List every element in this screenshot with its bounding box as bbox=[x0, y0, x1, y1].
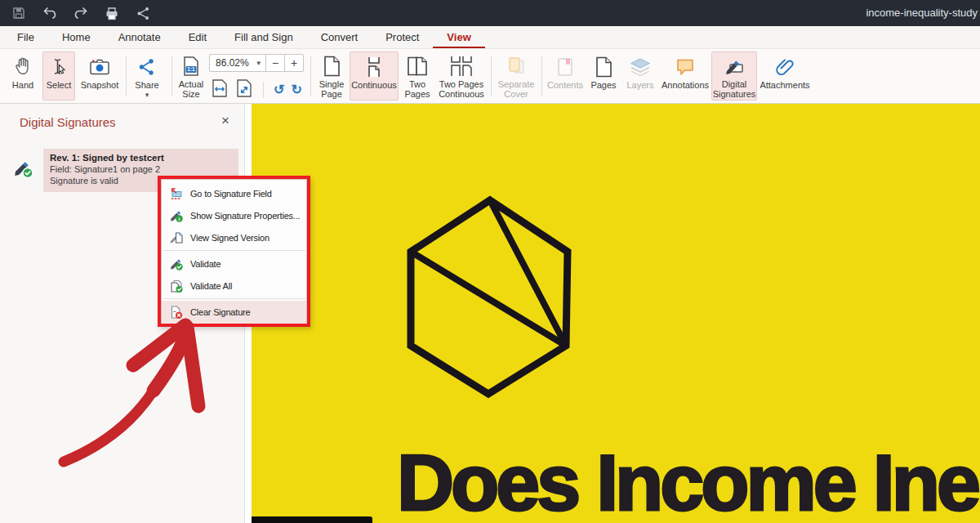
panel-close-icon[interactable]: × bbox=[216, 112, 234, 130]
actual-size-icon: 1:1 bbox=[182, 55, 200, 78]
menu-item-label: Go to Signature Field bbox=[190, 189, 272, 199]
separate-cover-button: Separate Cover bbox=[494, 51, 538, 101]
document-viewport[interactable]: Does Income Ine bbox=[245, 104, 980, 523]
snapshot-icon bbox=[88, 55, 111, 79]
window-title: income-inequality-study bbox=[866, 0, 978, 26]
svg-text:i: i bbox=[179, 216, 180, 221]
menu-item-view-signed-version[interactable]: View Signed Version bbox=[162, 226, 306, 248]
two-pages-icon bbox=[406, 55, 429, 78]
attachments-label: Attachments bbox=[760, 80, 809, 91]
zoom-level-value[interactable]: 86.02% bbox=[210, 57, 256, 69]
select-icon bbox=[49, 55, 69, 79]
menu-item-label: Validate All bbox=[190, 281, 232, 291]
contents-icon bbox=[556, 55, 574, 79]
two-pages-continuous-button[interactable]: Two Pages Continuous bbox=[435, 51, 488, 101]
annotations-label: Annotations bbox=[662, 80, 709, 91]
pages-label: Pages bbox=[590, 80, 616, 91]
digital-signatures-icon bbox=[723, 55, 746, 78]
pages-icon bbox=[595, 55, 612, 79]
menu-item-label: Validate bbox=[190, 259, 220, 269]
undo-icon[interactable] bbox=[42, 6, 57, 20]
signature-properties-icon: i bbox=[170, 209, 183, 222]
two-pages-continuous-icon bbox=[449, 55, 474, 78]
digital-signatures-label: Digital Signatures bbox=[712, 79, 756, 100]
annotations-icon bbox=[675, 55, 696, 79]
two-pages-button[interactable]: Two Pages bbox=[401, 51, 434, 101]
redo-icon[interactable] bbox=[74, 6, 88, 20]
select-label: Select bbox=[47, 80, 72, 91]
menu-item-clear-signature[interactable]: Clear Signature bbox=[162, 301, 306, 324]
attachments-button[interactable]: Attachments bbox=[759, 51, 811, 101]
zoom-out-button[interactable]: − bbox=[266, 56, 284, 69]
menu-convert[interactable]: Convert bbox=[307, 26, 372, 48]
hand-tool-button[interactable]: Hand bbox=[5, 51, 41, 101]
menu-item-goto-signature-field[interactable]: Go to Signature Field bbox=[162, 182, 306, 204]
titlebar: income-inequality-study bbox=[0, 0, 980, 26]
annotations-button[interactable]: Annotations bbox=[661, 51, 710, 101]
hexagon-logo bbox=[399, 186, 586, 410]
pages-button[interactable]: Pages bbox=[587, 51, 620, 101]
two-pages-label: Two Pages bbox=[401, 79, 434, 100]
menu-item-label: Clear Signature bbox=[190, 307, 250, 317]
snapshot-button[interactable]: Snapshot bbox=[77, 51, 122, 101]
single-page-label: Single Page bbox=[315, 79, 348, 100]
print-icon[interactable] bbox=[105, 6, 119, 20]
select-tool-button[interactable]: Select bbox=[42, 51, 75, 101]
menu-item-validate-all[interactable]: Validate All bbox=[162, 275, 306, 297]
actual-size-button[interactable]: 1:1 Actual Size bbox=[174, 51, 208, 101]
digital-signatures-button[interactable]: Digital Signatures bbox=[711, 51, 757, 101]
hand-label: Hand bbox=[12, 80, 33, 91]
snapshot-label: Snapshot bbox=[81, 80, 118, 91]
signature-field-info: Field: Signature1 on page 2 bbox=[50, 164, 232, 174]
panel-title: Digital Signatures bbox=[20, 115, 116, 129]
menu-item-validate[interactable]: Validate bbox=[162, 253, 306, 275]
fit-page-icon[interactable] bbox=[235, 78, 253, 101]
menu-view[interactable]: View bbox=[433, 26, 484, 48]
menu-file[interactable]: File bbox=[3, 26, 48, 48]
menu-separator bbox=[163, 250, 305, 251]
contents-label: Contents bbox=[547, 80, 583, 91]
layers-icon bbox=[629, 55, 652, 79]
actual-size-label: Actual Size bbox=[174, 79, 208, 100]
continuous-icon bbox=[364, 55, 384, 79]
share-label: Share bbox=[135, 80, 158, 91]
share-dropdown-caret: ▾ bbox=[145, 92, 149, 99]
menu-home[interactable]: Home bbox=[48, 26, 105, 48]
signature-context-menu-callout: Go to Signature Field i Show Signature P… bbox=[158, 176, 310, 327]
poster-footer-bar bbox=[252, 516, 372, 523]
zoom-in-button[interactable]: + bbox=[285, 56, 303, 69]
rotate-left-icon[interactable]: ↺ bbox=[274, 83, 284, 96]
menu-annotate[interactable]: Annotate bbox=[105, 26, 175, 48]
menu-protect[interactable]: Protect bbox=[372, 26, 433, 48]
signature-valid-icon bbox=[13, 158, 34, 182]
signature-title: Rev. 1: Signed by testcert bbox=[50, 153, 232, 163]
poster-headline: Does Income Ine bbox=[397, 437, 978, 523]
goto-signature-field-icon bbox=[170, 187, 183, 200]
menu-fill-and-sign[interactable]: Fill and Sign bbox=[220, 26, 307, 48]
fit-width-icon[interactable] bbox=[211, 78, 229, 101]
validate-icon bbox=[170, 257, 183, 270]
save-icon[interactable] bbox=[11, 6, 26, 20]
menu-edit[interactable]: Edit bbox=[175, 26, 220, 48]
layers-label: Layers bbox=[626, 80, 653, 91]
separate-cover-icon bbox=[506, 55, 527, 78]
menu-item-label: View Signed Version bbox=[190, 233, 270, 243]
zoom-dropdown-caret[interactable]: ▾ bbox=[256, 59, 265, 67]
zoom-level-control[interactable]: 86.02% ▾ − + bbox=[209, 54, 304, 72]
two-pages-continuous-label: Two Pages Continuous bbox=[436, 79, 487, 100]
validate-all-icon bbox=[170, 279, 183, 293]
menu-item-label: Show Signature Properties... bbox=[190, 211, 300, 221]
single-page-button[interactable]: Single Page bbox=[314, 51, 349, 101]
menubar: File Home Annotate Edit Fill and Sign Co… bbox=[0, 26, 980, 49]
share-icon[interactable] bbox=[136, 6, 150, 20]
rotate-right-icon[interactable]: ↻ bbox=[291, 83, 301, 96]
share-button[interactable]: Share ▾ bbox=[129, 51, 165, 101]
contents-button: Contents bbox=[545, 51, 586, 101]
single-page-icon bbox=[323, 55, 341, 78]
hand-icon bbox=[13, 55, 33, 79]
svg-text:1:1: 1:1 bbox=[187, 67, 195, 73]
separate-cover-label: Separate Cover bbox=[495, 79, 537, 100]
menu-item-show-signature-properties[interactable]: i Show Signature Properties... bbox=[162, 204, 306, 226]
clear-signature-icon bbox=[170, 306, 183, 319]
continuous-button[interactable]: Continuous bbox=[350, 51, 399, 101]
